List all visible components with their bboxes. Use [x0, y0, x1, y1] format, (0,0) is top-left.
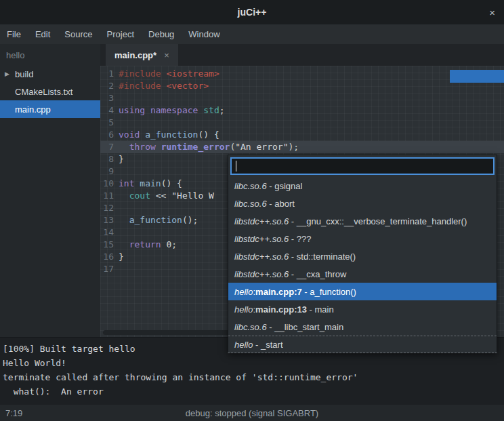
file-tree: ▶buildCMakeLists.txtmain.cpp	[0, 65, 100, 118]
sidebar-item-cmakelists-txt[interactable]: CMakeLists.txt	[0, 83, 100, 100]
code-text: }	[114, 153, 124, 165]
symbol-name: - main	[307, 304, 334, 315]
code-text: return 0;	[114, 239, 177, 251]
line-number: 8	[100, 153, 114, 165]
code-text: throw runtime_error("An error");	[114, 141, 299, 153]
code-text: #include <vector>	[114, 80, 209, 92]
line-number: 11	[100, 190, 114, 202]
module-name: libstdc++.so.6	[234, 252, 289, 262]
line-number: 15	[100, 239, 114, 251]
line-number: 14	[100, 226, 114, 239]
code-line: 5	[100, 117, 504, 129]
tab-main-cpp[interactable]: main.cpp* ×	[106, 44, 178, 66]
expander-icon[interactable]: ▶	[5, 71, 9, 77]
tab-label: main.cpp*	[114, 50, 156, 60]
line-number: 12	[100, 202, 114, 214]
code-text: using namespace std;	[114, 104, 225, 117]
line-number: 7	[100, 141, 114, 153]
code-text: void a_function() {	[114, 129, 219, 141]
backtrace-list: libc.so.6 - gsignallibc.so.6 - abortlibs…	[228, 177, 497, 353]
sidebar-item-build[interactable]: ▶build	[0, 65, 100, 83]
line-number: 2	[100, 80, 114, 92]
backtrace-item[interactable]: hello:main.cpp:7 - a_function()	[228, 283, 497, 300]
popup-search-input[interactable]	[230, 157, 495, 175]
symbol-name: - std::terminate()	[289, 252, 356, 262]
module-name: libc.so.6	[234, 322, 267, 332]
status-bar: 7:19 debug: stopped (signal SIGABRT)	[0, 405, 504, 421]
symbol-name: - __cxa_throw	[289, 269, 346, 279]
line-number: 3	[100, 92, 114, 104]
module-name: hello	[234, 287, 253, 297]
module-name: libstdc++.so.6	[234, 269, 289, 279]
tab-bar: main.cpp* ×	[100, 44, 504, 66]
code-text: a_function();	[114, 214, 198, 226]
code-text: int main() {	[114, 178, 182, 190]
menu-item-source[interactable]: Source	[64, 29, 92, 39]
menu-item-window[interactable]: Window	[188, 29, 219, 39]
code-text	[114, 165, 119, 178]
source-location: main.cpp:13	[255, 304, 307, 315]
backtrace-item[interactable]: libstdc++.so.6 - __gnu_cxx::__verbose_te…	[228, 212, 497, 230]
menu-bar: FileEditSourceProjectDebugWindow	[0, 24, 504, 44]
module-name: libc.so.6	[234, 181, 267, 191]
line-number: 10	[100, 178, 114, 190]
code-text: cout << "Hello W	[114, 190, 214, 202]
code-line: 7 throw runtime_error("An error");	[100, 141, 504, 153]
symbol-name: - _start	[253, 340, 282, 350]
menu-item-project[interactable]: Project	[107, 29, 134, 39]
backtrace-item[interactable]: libstdc++.so.6 - std::terminate()	[228, 247, 497, 265]
scrollbar-thumb[interactable]	[450, 70, 504, 83]
code-line: 6void a_function() {	[100, 129, 504, 141]
text-cursor	[236, 161, 236, 172]
symbol-name: - ???	[289, 234, 311, 244]
file-label: main.cpp	[15, 104, 51, 115]
line-number: 6	[100, 129, 114, 141]
line-number: 5	[100, 117, 114, 129]
console-line: terminate called after throwing an insta…	[3, 370, 501, 384]
symbol-name: - __gnu_cxx::__verbose_terminate_handler…	[289, 216, 467, 226]
code-text	[114, 202, 119, 214]
module-name: hello	[234, 340, 253, 350]
sidebar-item-main-cpp[interactable]: main.cpp	[0, 100, 100, 118]
symbol-name: - abort	[267, 199, 295, 209]
backtrace-item[interactable]: libstdc++.so.6 - ???	[228, 230, 497, 247]
close-icon[interactable]: ×	[489, 7, 495, 18]
line-number: 9	[100, 165, 114, 178]
backtrace-item[interactable]: hello - _start	[228, 336, 497, 353]
backtrace-item[interactable]: hello:main.cpp:13 - main	[228, 300, 497, 318]
code-line: 1#include <iostream>	[100, 68, 504, 80]
module-name: hello	[234, 304, 253, 315]
tab-close-icon[interactable]: ×	[164, 50, 169, 60]
code-text	[114, 117, 119, 129]
menu-item-debug[interactable]: Debug	[148, 29, 174, 39]
code-text: #include <iostream>	[114, 68, 219, 80]
code-text: }	[114, 251, 124, 263]
horizontal-scrollbar[interactable]	[103, 330, 230, 335]
console-line: what(): An error	[3, 384, 501, 399]
backtrace-item[interactable]: libc.so.6 - abort	[228, 195, 497, 212]
backtrace-item[interactable]: libc.so.6 - gsignal	[228, 177, 497, 195]
console-line: Hello World!	[3, 356, 501, 370]
module-name: libstdc++.so.6	[234, 234, 289, 244]
file-label: build	[15, 69, 33, 79]
backtrace-item[interactable]: libstdc++.so.6 - __cxa_throw	[228, 265, 497, 283]
code-line: 4using namespace std;	[100, 104, 504, 117]
line-number: 4	[100, 104, 114, 117]
symbol-name: - a_function()	[302, 287, 356, 297]
line-number: 1	[100, 68, 114, 80]
project-name: hello	[0, 44, 100, 65]
cursor-position: 7:19	[5, 408, 22, 418]
file-label: CMakeLists.txt	[15, 87, 72, 97]
title-bar[interactable]: juCi++ ×	[0, 0, 504, 24]
code-text	[114, 263, 119, 275]
source-location: main.cpp:7	[255, 287, 302, 297]
backtrace-item[interactable]: libc.so.6 - __libc_start_main	[228, 318, 497, 336]
code-line: 3	[100, 92, 504, 104]
menu-item-file[interactable]: File	[7, 29, 21, 39]
line-number: 16	[100, 251, 114, 263]
app-window: juCi++ × FileEditSourceProjectDebugWindo…	[0, 0, 504, 421]
window-title: juCi++	[238, 7, 267, 18]
code-text	[114, 226, 119, 239]
menu-item-edit[interactable]: Edit	[35, 29, 50, 39]
project-sidebar: hello ▶buildCMakeLists.txtmain.cpp	[0, 44, 100, 337]
